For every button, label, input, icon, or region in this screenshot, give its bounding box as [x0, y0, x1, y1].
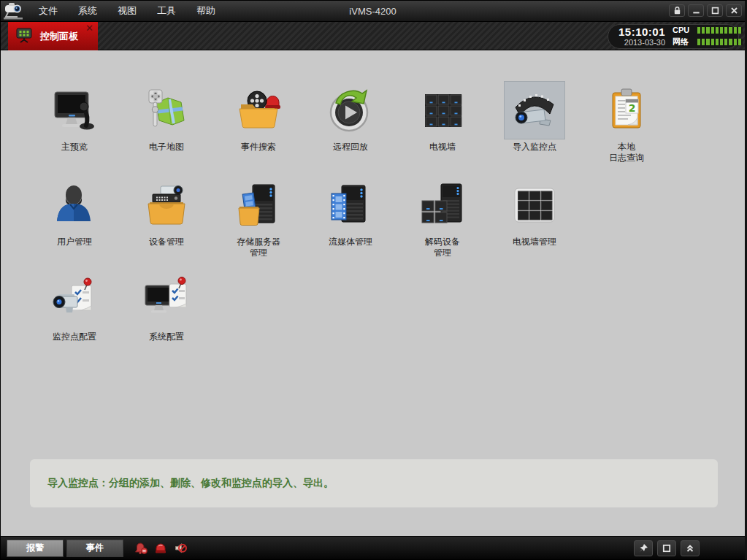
user-management-icon [51, 182, 98, 229]
app-item-label: 电视墙管理 [513, 237, 556, 248]
pushpin-icon [638, 543, 648, 553]
app-item-label: 流媒体管理 [329, 237, 372, 248]
decoding-device-management-icon [419, 182, 466, 229]
bell-minus-icon [134, 542, 148, 555]
title-bar: 文件 系统 视图 工具 帮助 iVMS-4200 [1, 1, 745, 21]
app-item-event-search[interactable]: 事件搜索 [212, 81, 304, 176]
app-item-camera-configuration[interactable]: 监控点配置 [28, 271, 120, 366]
alarm-bell-mute-button[interactable] [134, 541, 148, 556]
device-management-icon [143, 182, 190, 229]
app-item-user-management[interactable]: 用户管理 [28, 176, 120, 271]
stream-media-management-icon [327, 182, 374, 229]
system-configuration-icon [143, 277, 190, 323]
maximize-icon [710, 6, 720, 15]
app-item-label: 导入监控点 [513, 142, 556, 153]
app-item-label: 存储服务器 管理 [237, 237, 280, 258]
app-window: 文件 系统 视图 工具 帮助 iVMS-4200 [0, 0, 747, 560]
main-preview-icon [51, 87, 98, 134]
tv-wall-icon [419, 87, 466, 134]
app-item-tv-wall[interactable]: 电视墙 [397, 81, 489, 176]
maximize-button[interactable] [707, 4, 723, 17]
app-item-storage-server-management[interactable]: 存储服务器 管理 [212, 176, 304, 271]
clock: 15:10:01 2013-03-30 [618, 26, 665, 47]
close-icon [729, 6, 739, 15]
storage-server-management-icon [235, 182, 282, 229]
menu-help[interactable]: 帮助 [188, 1, 224, 20]
speaker-mute-icon [174, 542, 187, 555]
svg-text:2: 2 [629, 102, 636, 114]
alarm-siren-button[interactable] [153, 541, 168, 556]
tab-label: 控制面板 [40, 30, 78, 43]
tab-close-icon[interactable]: ✕ [85, 23, 93, 34]
minimize-icon [692, 6, 701, 15]
app-item-import-camera[interactable]: 导入监控点 [489, 81, 581, 176]
app-item-label: 解码设备 管理 [425, 237, 460, 258]
minimize-button[interactable] [688, 4, 704, 17]
usage-meters: CPU 网络 [673, 26, 743, 47]
pin-panel-button[interactable] [634, 540, 653, 556]
app-item-system-configuration[interactable]: 系统配置 [120, 271, 212, 366]
restore-icon [662, 543, 672, 553]
siren-icon [154, 542, 167, 555]
remote-playback-icon [327, 87, 374, 134]
event-search-icon [235, 87, 282, 134]
app-item-decoding-device-management[interactable]: 解码设备 管理 [397, 176, 489, 271]
clock-date: 2013-03-30 [618, 38, 665, 47]
app-item-remote-playback[interactable]: 远程回放 [304, 81, 397, 176]
selected-item-highlight [504, 81, 565, 139]
app-item-label: 远程回放 [333, 142, 368, 153]
lock-button[interactable] [669, 4, 685, 17]
app-item-tv-wall-management[interactable]: 电视墙管理 [489, 176, 581, 271]
local-log-search-icon: 2 [603, 87, 650, 134]
menu-file[interactable]: 文件 [30, 1, 66, 20]
status-bar: 报警 事件 [1, 536, 745, 559]
alarm-tab-button[interactable]: 报警 [7, 540, 64, 557]
app-item-stream-media-management[interactable]: 流媒体管理 [304, 176, 397, 271]
event-tab-button[interactable]: 事件 [66, 540, 123, 557]
app-item-label: 主预览 [61, 142, 88, 153]
status-toggle-icons [134, 541, 188, 556]
tab-bar: 控制面板 ✕ 15:10:01 2013-03-30 CPU 网络 [1, 21, 745, 50]
app-item-label: 电视墙 [429, 142, 456, 153]
collapse-panel-button[interactable] [681, 540, 700, 556]
cpu-meter-bar [697, 27, 743, 34]
module-description-panel: 导入监控点：分组的添加、删除、修改和监控点的导入、导出。 [30, 459, 718, 507]
menu-system[interactable]: 系统 [69, 1, 106, 20]
import-camera-icon [511, 87, 558, 134]
network-meter-label: 网络 [673, 37, 697, 47]
cpu-meter-label: CPU [673, 26, 697, 34]
app-item-device-management[interactable]: 设备管理 [120, 176, 212, 271]
restore-panel-button[interactable] [657, 540, 676, 556]
tab-control-panel[interactable]: 控制面板 ✕ [8, 22, 98, 51]
control-panel-content: 主预览 电子地图 [1, 50, 745, 536]
close-button[interactable] [726, 4, 742, 17]
module-grid: 主预览 电子地图 [1, 50, 745, 366]
system-status-pill: 15:10:01 2013-03-30 CPU 网络 [608, 24, 739, 49]
app-item-label: 设备管理 [149, 237, 184, 248]
app-item-label: 本地 日志查询 [609, 142, 644, 164]
audio-mute-button[interactable] [173, 541, 188, 556]
menu-tools[interactable]: 工具 [148, 1, 185, 20]
module-description-text: 导入监控点：分组的添加、删除、修改和监控点的导入、导出。 [47, 477, 334, 490]
double-chevron-up-icon [685, 543, 695, 553]
app-item-label: 用户管理 [57, 237, 92, 248]
menu-view[interactable]: 视图 [109, 1, 145, 20]
network-meter-bar [697, 39, 743, 45]
menu-bar: 文件 系统 视图 工具 帮助 [30, 1, 224, 20]
camera-configuration-icon [51, 277, 98, 323]
control-panel-icon [15, 27, 33, 46]
app-item-e-map[interactable]: 电子地图 [120, 81, 212, 176]
app-item-label: 电子地图 [149, 142, 184, 153]
lock-icon [673, 6, 682, 15]
status-bar-window-tools [634, 540, 700, 556]
app-item-local-log-search[interactable]: 2 本地 日志查询 [581, 81, 673, 176]
app-item-main-preview[interactable]: 主预览 [28, 81, 120, 176]
window-controls [669, 4, 742, 17]
app-item-label: 系统配置 [149, 331, 184, 342]
e-map-icon [143, 87, 190, 134]
app-logo-camera-icon [1, 1, 27, 21]
app-item-label: 事件搜索 [241, 142, 276, 153]
tv-wall-management-icon [511, 182, 558, 229]
clock-time: 15:10:01 [618, 26, 665, 38]
app-item-label: 监控点配置 [53, 331, 96, 342]
